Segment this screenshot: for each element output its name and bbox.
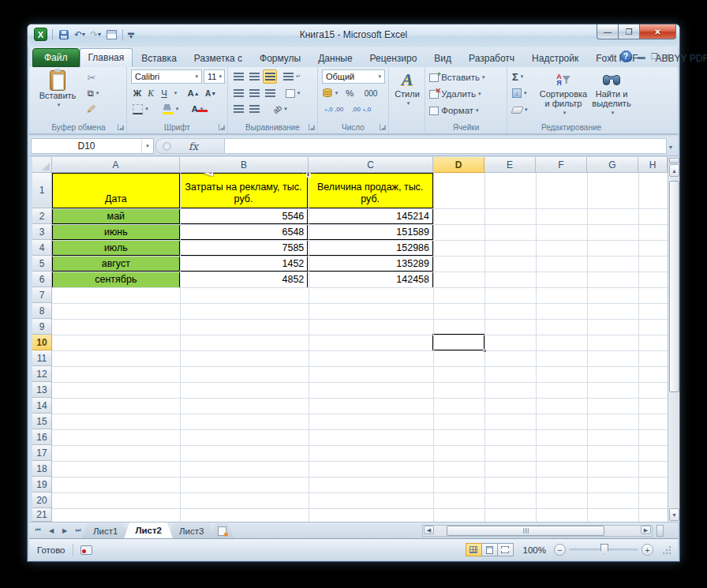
selected-cell-d10[interactable] bbox=[432, 334, 485, 351]
macro-record-icon[interactable] bbox=[80, 545, 92, 555]
column-header-D[interactable]: D bbox=[433, 157, 484, 173]
formula-bar-expand-icon[interactable]: ▾ bbox=[665, 141, 676, 152]
decrease-indent-icon[interactable] bbox=[231, 102, 245, 116]
v-scroll-thumb[interactable] bbox=[669, 181, 679, 392]
resize-grip[interactable] bbox=[661, 545, 671, 555]
ribbon-tab[interactable]: Формулы bbox=[251, 50, 309, 67]
page-break-view-button[interactable] bbox=[497, 543, 514, 556]
column-header-C[interactable]: C bbox=[309, 157, 433, 173]
comma-style-icon[interactable]: 000 bbox=[360, 86, 382, 100]
zoom-in-icon[interactable]: + bbox=[642, 544, 653, 556]
scroll-up-icon[interactable]: ▲ bbox=[669, 164, 679, 177]
row-header-13[interactable]: 13 bbox=[32, 382, 52, 398]
insert-function-icon[interactable]: fx bbox=[189, 140, 198, 152]
table-cell[interactable]: июнь bbox=[53, 224, 180, 240]
percent-icon[interactable]: % bbox=[342, 86, 357, 100]
row-header-18[interactable]: 18 bbox=[32, 461, 52, 477]
table-cell[interactable]: 142458 bbox=[308, 272, 432, 287]
restore-button[interactable]: ❐ bbox=[619, 24, 640, 39]
insert-cells-button[interactable]: + Вставить▾ bbox=[429, 70, 484, 84]
row-header-11[interactable]: 11 bbox=[32, 350, 52, 366]
row-header-12[interactable]: 12 bbox=[32, 366, 52, 382]
cut-icon[interactable]: ✂ bbox=[83, 70, 100, 84]
ribbon-tab[interactable]: Файл bbox=[32, 48, 80, 67]
align-right-icon[interactable] bbox=[263, 86, 277, 100]
doc-restore-icon[interactable]: ❐ bbox=[651, 52, 658, 61]
row-header-9[interactable]: 9 bbox=[32, 319, 52, 335]
scroll-down-icon[interactable]: ▼ bbox=[669, 508, 679, 521]
table-header-cell[interactable]: Дата bbox=[53, 174, 180, 208]
styles-button[interactable]: A Стили ▾ bbox=[391, 70, 423, 108]
row-header-4[interactable]: 4 bbox=[32, 240, 52, 256]
wrap-text-icon[interactable]: ↵ bbox=[283, 69, 301, 84]
clipboard-dialog-launcher[interactable] bbox=[118, 124, 124, 130]
tab-split-handle[interactable] bbox=[656, 525, 664, 537]
h-scroll-thumb[interactable] bbox=[447, 526, 604, 536]
clear-icon[interactable]: ▾ bbox=[512, 103, 528, 117]
align-bottom-icon[interactable] bbox=[263, 69, 277, 84]
row-header-2[interactable]: 2 bbox=[32, 208, 52, 224]
doc-minimize-icon[interactable]: ▬ bbox=[638, 52, 645, 61]
scroll-left-icon[interactable]: ◀ bbox=[424, 526, 434, 534]
table-cell[interactable]: июль bbox=[53, 240, 180, 256]
zoom-out-icon[interactable]: − bbox=[554, 544, 566, 556]
ribbon-tab[interactable]: Разметка с bbox=[185, 50, 251, 67]
table-cell[interactable]: 135289 bbox=[308, 256, 432, 272]
column-header-B[interactable]: B bbox=[180, 157, 309, 173]
format-painter-icon[interactable]: 🖉 bbox=[83, 102, 100, 116]
table-header-cell[interactable]: Затраты на рекламу, тыс. руб. bbox=[180, 174, 309, 208]
delete-cells-button[interactable]: ✕ Удалить▾ bbox=[429, 87, 481, 101]
table-cell[interactable]: 145214 bbox=[308, 208, 432, 224]
underline-dropdown-icon[interactable]: ▾ bbox=[170, 86, 178, 100]
name-box-dropdown-icon[interactable]: ▾ bbox=[141, 139, 153, 153]
column-header-A[interactable]: A bbox=[52, 157, 180, 173]
ribbon-tab[interactable]: Вставка bbox=[133, 50, 185, 67]
horizontal-scrollbar[interactable]: ◀ ▶ bbox=[422, 525, 653, 537]
help-icon[interactable]: ? bbox=[620, 51, 632, 62]
underline-button[interactable]: Ч bbox=[158, 86, 170, 100]
borders-icon[interactable]: ▾ bbox=[130, 102, 151, 116]
prev-sheet-icon[interactable]: ◀ bbox=[45, 525, 58, 537]
ribbon-tab[interactable]: Надстройк bbox=[523, 50, 587, 67]
normal-view-button[interactable] bbox=[466, 543, 482, 556]
merge-center-icon[interactable]: ▾ bbox=[282, 86, 304, 100]
number-format-select[interactable]: Общий▾ bbox=[322, 69, 385, 84]
autosum-icon[interactable]: Σ▾ bbox=[512, 69, 523, 84]
format-cells-button[interactable]: Формат▾ bbox=[429, 103, 479, 118]
row-header-10[interactable]: 10 bbox=[32, 335, 52, 350]
bold-button[interactable]: Ж bbox=[131, 86, 144, 100]
table-cell[interactable]: 5546 bbox=[180, 208, 309, 224]
sheet-tab-Лист2[interactable]: Лист2 bbox=[124, 522, 173, 538]
formula-options-icon[interactable] bbox=[163, 142, 171, 151]
column-header-H[interactable]: H bbox=[638, 157, 668, 173]
orientation-icon[interactable]: ab▾ bbox=[269, 102, 291, 116]
row-header-5[interactable]: 5 bbox=[32, 256, 52, 272]
minimize-button[interactable]: — bbox=[597, 24, 619, 39]
increase-decimal-icon[interactable]: ₊,0 ,00 bbox=[322, 102, 346, 116]
shrink-font-icon[interactable]: A▼ bbox=[203, 86, 219, 100]
column-header-G[interactable]: G bbox=[587, 157, 638, 173]
scroll-right-icon[interactable]: ▶ bbox=[641, 526, 651, 534]
paste-button[interactable]: Вставить ▾ bbox=[39, 70, 77, 110]
collapse-ribbon-icon[interactable]: ∧ bbox=[608, 52, 614, 61]
vertical-scrollbar[interactable]: ▲ ▼ bbox=[668, 157, 679, 522]
align-left-icon[interactable] bbox=[231, 86, 245, 100]
name-box[interactable]: D10 ▾ bbox=[31, 138, 154, 154]
font-size-select[interactable]: 11▾ bbox=[204, 69, 225, 84]
row-header-7[interactable]: 7 bbox=[32, 287, 52, 303]
table-cell[interactable]: май bbox=[53, 208, 180, 224]
ribbon-tab[interactable]: Рецензиро bbox=[361, 50, 426, 67]
doc-close-icon[interactable]: ✕ bbox=[664, 52, 670, 61]
zoom-slider[interactable] bbox=[569, 549, 638, 551]
table-cell[interactable]: 4852 bbox=[180, 272, 309, 287]
find-select-button[interactable]: Найти и выделить ▾ bbox=[589, 70, 634, 118]
sheet-tab-Лист3[interactable]: Лист3 bbox=[168, 523, 215, 538]
number-dialog-launcher[interactable] bbox=[380, 124, 386, 130]
font-color-icon[interactable]: A▾ bbox=[187, 102, 208, 116]
font-family-select[interactable]: Calibri▾ bbox=[131, 69, 202, 84]
alignment-dialog-launcher[interactable] bbox=[309, 124, 315, 130]
table-cell[interactable]: 1452 bbox=[180, 256, 309, 272]
row-header-14[interactable]: 14 bbox=[32, 398, 52, 414]
row-header-20[interactable]: 20 bbox=[32, 492, 52, 508]
row-header-16[interactable]: 16 bbox=[32, 429, 52, 445]
